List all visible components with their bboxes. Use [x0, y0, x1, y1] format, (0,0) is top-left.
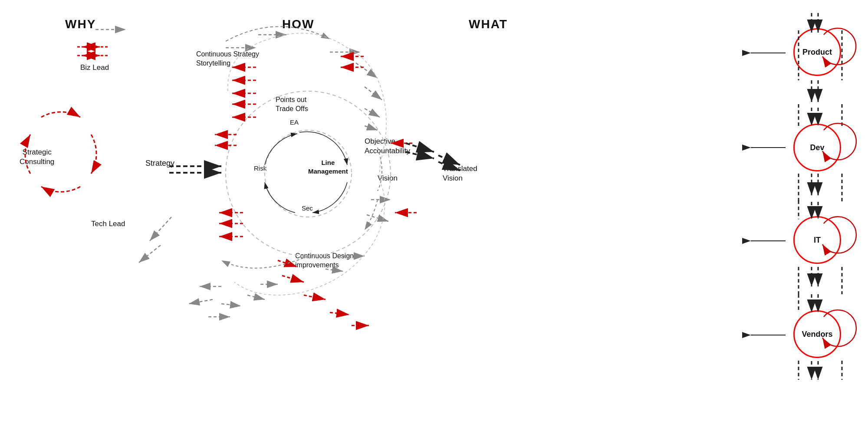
svg-point-8 [226, 91, 391, 256]
main-canvas: WHY HOW WHAT Biz Lead StrategicConsultin… [0, 0, 868, 434]
diagram-svg [0, 0, 868, 434]
